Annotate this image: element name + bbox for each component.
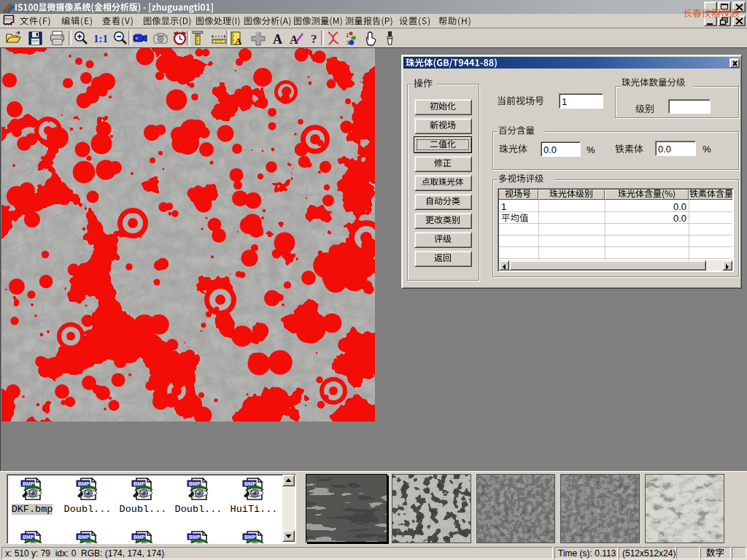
svg-text:BMP: BMP — [189, 534, 201, 540]
svg-text:BMP: BMP — [189, 481, 201, 486]
svg-text:A: A — [235, 36, 242, 46]
svg-text:BMP: BMP — [78, 481, 90, 486]
svg-text:DOC: DOC — [5, 17, 14, 21]
svg-text:1: 1 — [346, 32, 349, 39]
svg-text:BMP: BMP — [244, 481, 256, 486]
svg-text:BMP: BMP — [23, 534, 34, 540]
svg-text:A: A — [273, 32, 282, 46]
svg-text:BMP: BMP — [133, 481, 145, 486]
svg-text:BMP: BMP — [23, 481, 34, 486]
svg-text:?: ? — [311, 32, 317, 46]
svg-text:BMP: BMP — [133, 534, 145, 540]
svg-text:BMP: BMP — [78, 534, 90, 540]
svg-text:1:1: 1:1 — [93, 33, 108, 44]
svg-text:BMP: BMP — [244, 534, 256, 540]
